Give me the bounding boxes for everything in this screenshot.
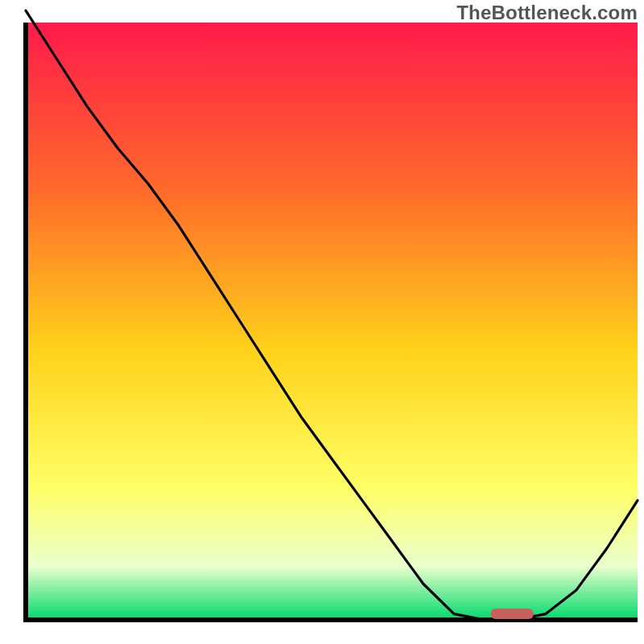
- bottleneck-chart: [0, 0, 644, 644]
- gradient-background: [26, 23, 638, 620]
- optimum-marker: [491, 609, 534, 619]
- watermark-text: TheBottleneck.com: [456, 2, 638, 24]
- chart-frame: TheBottleneck.com: [0, 0, 644, 644]
